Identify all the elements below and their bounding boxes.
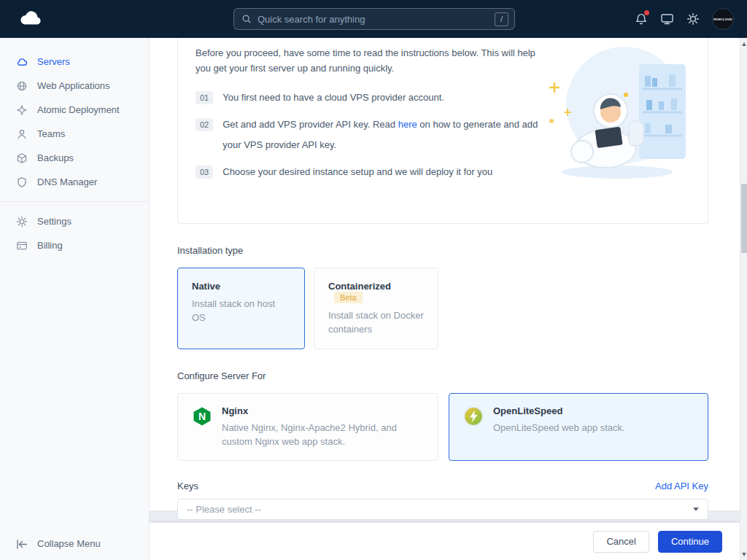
server-option-text: OpenLiteSpeed OpenLiteSpeed web app stac… [493, 405, 625, 435]
credit-card-icon [16, 240, 28, 252]
option-title: Containerized Beta [328, 281, 424, 303]
step-number: 01 [196, 91, 213, 104]
cancel-button[interactable]: Cancel [593, 531, 649, 553]
installation-type-options: Native Install stack on host OS Containe… [177, 268, 708, 349]
sidebar-item-web-applications[interactable]: Web Applications [0, 74, 149, 98]
cube-icon [16, 152, 28, 164]
add-api-key-link[interactable]: Add API Key [655, 481, 708, 491]
collapse-menu-button[interactable]: Collapse Menu [0, 532, 149, 556]
server-option-openlitespeed[interactable]: OpenLiteSpeed OpenLiteSpeed web app stac… [449, 393, 708, 461]
continue-button[interactable]: Continue [658, 531, 722, 553]
step-text: You first need to have a cloud VPS provi… [222, 88, 444, 108]
topbar-actions: RUNCLOUD [635, 0, 734, 38]
runcloud-logo-icon[interactable] [18, 11, 44, 29]
globe-icon [16, 80, 28, 92]
collapse-arrow-icon [16, 538, 28, 550]
step-text-before: Get and add VPS provider API key. Read [222, 119, 395, 130]
sidebar-item-label: Billing [37, 240, 63, 251]
keys-header: Keys Add API Key [177, 481, 708, 491]
option-desc: Install stack on Docker containers [328, 308, 424, 336]
sidebar-item-label: Backups [37, 152, 74, 163]
main-content: Before you proceed, have some time to re… [150, 38, 740, 510]
beta-badge: Beta [334, 292, 363, 303]
chevron-down-icon [693, 508, 699, 511]
sidebar-item-backups[interactable]: Backups [0, 146, 149, 170]
installation-type-label: Installation type [177, 245, 708, 256]
option-title: OpenLiteSpeed [493, 405, 625, 416]
sidebar-item-label: Web Applications [37, 80, 110, 91]
topbar: / RUNCLOUD [0, 0, 747, 38]
search-input[interactable] [258, 14, 495, 25]
user-icon [16, 128, 28, 140]
keys-select-value: -- Please select -- [187, 504, 261, 515]
configure-server-label: Configure Server For [177, 370, 708, 381]
option-title: Native [192, 281, 290, 292]
instructions-intro: Before you proceed, have some time to re… [196, 45, 546, 76]
option-desc: Install stack on host OS [192, 297, 290, 324]
search-icon [241, 14, 252, 24]
instructions-card: Before you proceed, have some time to re… [177, 38, 708, 224]
sidebar-item-servers[interactable]: Servers [0, 50, 149, 74]
sidebar-item-label: Atomic Deployment [37, 104, 120, 115]
notification-dot [644, 10, 649, 15]
sidebar-item-settings[interactable]: Settings [0, 209, 149, 233]
server-option-nginx[interactable]: N Nginx Native Nginx, Nginx-Apache2 Hybr… [177, 393, 438, 461]
sparkle-icon [16, 104, 28, 116]
option-desc: Native Nginx, Nginx-Apache2 Hybrid, and … [222, 421, 424, 448]
footer-bar: Cancel Continue [150, 523, 740, 560]
option-desc: OpenLiteSpeed web app stack. [493, 421, 625, 435]
sidebar-item-billing[interactable]: Billing [0, 233, 149, 257]
astronaut-illustration [528, 39, 702, 192]
console-icon[interactable] [660, 12, 674, 26]
server-option-text: Nginx Native Nginx, Nginx-Apache2 Hybrid… [222, 405, 424, 448]
scrollbar-thumb[interactable] [741, 184, 747, 253]
sidebar-item-label: Teams [37, 128, 65, 139]
installation-option-native[interactable]: Native Install stack on host OS [177, 268, 305, 349]
scroll-down-arrow-icon[interactable] [740, 550, 747, 559]
gear-icon[interactable] [686, 12, 700, 26]
openlitespeed-logo-icon [463, 406, 484, 429]
notifications-bell-icon[interactable] [635, 12, 648, 26]
step-number: 02 [196, 118, 213, 131]
sidebar-divider [0, 201, 149, 202]
configure-server-options: N Nginx Native Nginx, Nginx-Apache2 Hybr… [177, 393, 708, 461]
svg-text:N: N [198, 411, 206, 422]
keys-label: Keys [177, 481, 198, 491]
sidebar-item-atomic-deployment[interactable]: Atomic Deployment [0, 98, 149, 122]
sidebar-item-label: DNS Manager [37, 176, 97, 187]
nginx-logo-icon: N [192, 406, 212, 429]
collapse-menu-label: Collapse Menu [37, 538, 101, 549]
shield-icon [16, 176, 28, 188]
sidebar: Servers Web Applications Atomic Deployme… [0, 38, 150, 560]
keys-select[interactable]: -- Please select -- [177, 499, 708, 520]
sidebar-item-teams[interactable]: Teams [0, 122, 149, 146]
sidebar-item-dns-manager[interactable]: DNS Manager [0, 170, 149, 194]
slash-shortcut-icon: / [495, 12, 508, 26]
gear-icon [16, 216, 28, 228]
option-title: Nginx [222, 405, 424, 416]
option-title-text: Containerized [328, 281, 391, 292]
scroll-up-arrow-icon[interactable] [740, 39, 747, 48]
vertical-scrollbar[interactable] [740, 38, 747, 560]
global-search: / [233, 8, 515, 30]
sidebar-item-label: Settings [37, 216, 71, 227]
step-number: 03 [196, 166, 213, 179]
installation-option-containerized[interactable]: Containerized Beta Install stack on Dock… [314, 268, 438, 349]
avatar[interactable]: RUNCLOUD [712, 8, 734, 30]
here-link[interactable]: here [398, 119, 417, 130]
cloud-icon [16, 56, 28, 68]
step-text: Choose your desired instance setup and w… [222, 162, 492, 182]
sidebar-item-label: Servers [37, 56, 70, 67]
step-text: Get and add VPS provider API key. Read h… [222, 114, 540, 155]
